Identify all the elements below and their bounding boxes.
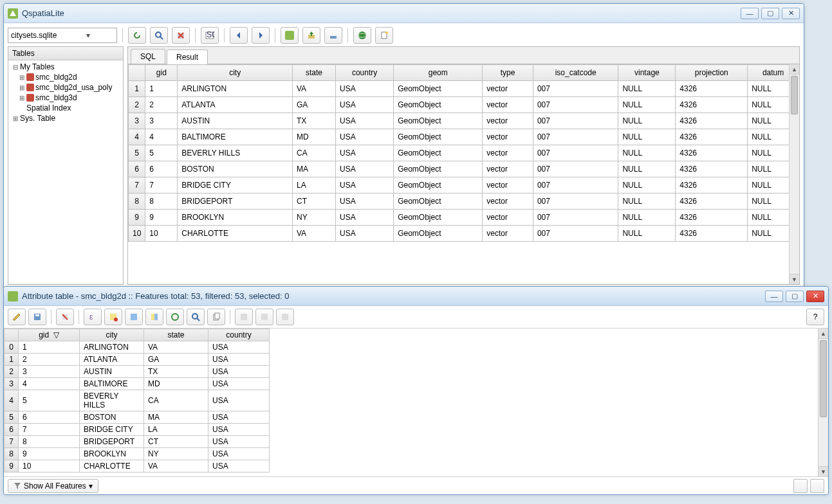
cell-gid[interactable]: 7	[19, 424, 80, 436]
row-number[interactable]: 7	[5, 436, 19, 448]
cell-city[interactable]: BOSTON	[80, 411, 144, 424]
cell-country[interactable]: USA	[208, 366, 270, 378]
cell-projection[interactable]: 4326	[676, 129, 748, 145]
cell-country[interactable]: USA	[336, 210, 394, 226]
cell-projection[interactable]: 4326	[676, 194, 748, 210]
new-file-button[interactable]	[375, 27, 393, 44]
prev-button[interactable]	[230, 27, 248, 44]
cell-city[interactable]: ARLINGTON	[178, 81, 293, 97]
cell-iso_catcode[interactable]: 007	[533, 226, 618, 242]
qsl-titlebar[interactable]: QspatiaLite ― ▢ ✕	[4, 4, 804, 23]
table-row[interactable]: 1010CHARLOTTEVAUSAGeomObjectvector007NUL…	[129, 226, 799, 242]
cell-city[interactable]: ATLANTA	[80, 354, 144, 366]
cell-gid[interactable]: 5	[145, 145, 178, 161]
cell-state[interactable]: GA	[293, 97, 336, 113]
cell-country[interactable]: USA	[336, 161, 394, 177]
table-row[interactable]: 45BEVERLY HILLSCAUSA	[5, 390, 270, 411]
cell-type[interactable]: vector	[483, 210, 533, 226]
cell-geom[interactable]: GeomObject	[394, 129, 483, 145]
cell-city[interactable]: BRIDGEPORT	[80, 436, 144, 448]
row-number[interactable]: 8	[5, 448, 19, 460]
cell-type[interactable]: vector	[483, 194, 533, 210]
cell-iso_catcode[interactable]: 007	[533, 194, 618, 210]
cell-gid[interactable]: 3	[19, 366, 80, 378]
cell-state[interactable]: CA	[144, 390, 208, 411]
database-combo[interactable]: citysets.sqlite ▾	[8, 28, 117, 43]
scroll-up-icon[interactable]: ▲	[818, 328, 828, 339]
cell-state[interactable]: TX	[144, 366, 208, 378]
cell-city[interactable]: BROOKLYN	[80, 448, 144, 460]
table-row[interactable]: 78BRIDGEPORTCTUSA	[5, 436, 270, 448]
row-number[interactable]: 5	[129, 145, 145, 161]
tab-sql[interactable]: SQL	[131, 49, 165, 64]
cell-state[interactable]: CT	[293, 194, 336, 210]
cell-state[interactable]: VA	[293, 226, 336, 242]
cell-city[interactable]: BEVERLY HILLS	[80, 390, 144, 411]
copy-rows-button[interactable]	[207, 309, 225, 325]
row-number[interactable]: 4	[5, 390, 19, 411]
cell-state[interactable]: MA	[293, 161, 336, 177]
cell-city[interactable]: CHARLOTTE	[80, 460, 144, 473]
maximize-button[interactable]: ▢	[761, 8, 779, 19]
cell-gid[interactable]: 8	[19, 436, 80, 448]
cell-geom[interactable]: GeomObject	[394, 161, 483, 177]
scroll-down-icon[interactable]: ▼	[790, 274, 799, 284]
table-row[interactable]: 23AUSTINTXUSA	[5, 366, 270, 378]
cell-country[interactable]: USA	[336, 113, 394, 129]
help-button[interactable]: ?	[806, 309, 824, 325]
cell-city[interactable]: BOSTON	[178, 161, 293, 177]
move-top-button[interactable]	[125, 309, 143, 325]
table-row[interactable]: 33AUSTINTXUSAGeomObjectvector007NULL4326…	[129, 113, 799, 129]
deselect-button[interactable]	[104, 309, 122, 325]
row-number[interactable]: 2	[5, 366, 19, 378]
cell-state[interactable]: MD	[144, 378, 208, 390]
cell-vintage[interactable]: NULL	[618, 97, 676, 113]
row-number[interactable]: 1	[129, 81, 145, 97]
cell-geom[interactable]: GeomObject	[394, 81, 483, 97]
table-row[interactable]: 34BALTIMOREMDUSA	[5, 378, 270, 390]
col-geom[interactable]: geom	[394, 65, 483, 81]
cell-state[interactable]: VA	[293, 81, 336, 97]
table-row[interactable]: 67BRIDGE CITYLAUSA	[5, 424, 270, 436]
cell-state[interactable]: TX	[293, 113, 336, 129]
cell-projection[interactable]: 4326	[676, 210, 748, 226]
form-view-button[interactable]	[810, 479, 824, 493]
cell-gid[interactable]: 1	[145, 81, 178, 97]
select-expression-button[interactable]: ε	[84, 309, 102, 325]
table-row[interactable]: 88BRIDGEPORTCTUSAGeomObjectvector007NULL…	[129, 194, 799, 210]
tables-tree[interactable]: ⊟My Tables ⊞ smc_bldg2d ⊞ smc_bldg2d_usa…	[8, 60, 123, 284]
cell-gid[interactable]: 6	[19, 411, 80, 424]
row-number[interactable]: 3	[5, 378, 19, 390]
row-number[interactable]: 5	[5, 411, 19, 424]
row-number[interactable]: 6	[5, 424, 19, 436]
cell-vintage[interactable]: NULL	[618, 145, 676, 161]
col-country[interactable]: country	[336, 65, 394, 81]
cell-gid[interactable]: 10	[145, 226, 178, 242]
invert-selection-button[interactable]	[145, 309, 163, 325]
row-number[interactable]: 9	[5, 460, 19, 473]
row-number[interactable]: 0	[5, 341, 19, 354]
cell-country[interactable]: USA	[208, 424, 270, 436]
table-row[interactable]: 56BOSTONMAUSA	[5, 411, 270, 424]
cell-gid[interactable]: 2	[19, 354, 80, 366]
cell-iso_catcode[interactable]: 007	[533, 81, 618, 97]
col-city[interactable]: city	[178, 65, 293, 81]
row-number[interactable]: 7	[129, 177, 145, 194]
cell-country[interactable]: USA	[208, 390, 270, 411]
cell-projection[interactable]: 4326	[676, 161, 748, 177]
cell-gid[interactable]: 4	[19, 378, 80, 390]
cell-country[interactable]: USA	[336, 177, 394, 194]
cell-state[interactable]: CA	[293, 145, 336, 161]
cell-vintage[interactable]: NULL	[618, 194, 676, 210]
cell-type[interactable]: vector	[483, 81, 533, 97]
col-type[interactable]: type	[483, 65, 533, 81]
cell-city[interactable]: CHARLOTTE	[178, 226, 293, 242]
cell-state[interactable]: GA	[144, 354, 208, 366]
cell-vintage[interactable]: NULL	[618, 226, 676, 242]
cell-geom[interactable]: GeomObject	[394, 177, 483, 194]
cell-city[interactable]: BRIDGEPORT	[178, 194, 293, 210]
pan-to-selected-button[interactable]	[166, 309, 184, 325]
cell-gid[interactable]: 9	[19, 448, 80, 460]
cell-gid[interactable]: 5	[19, 390, 80, 411]
cell-vintage[interactable]: NULL	[618, 129, 676, 145]
